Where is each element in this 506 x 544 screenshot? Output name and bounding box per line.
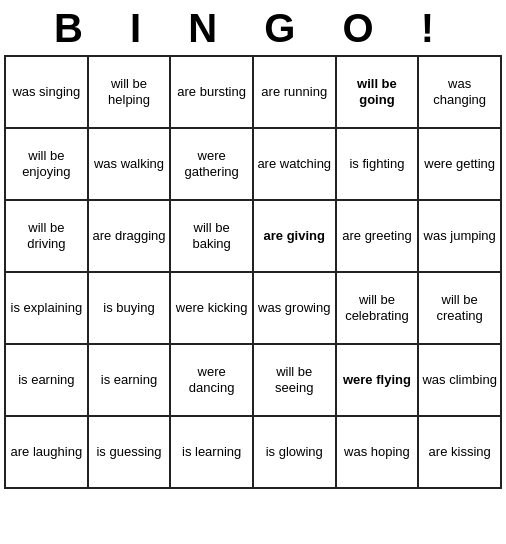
cell-5-3: is glowing — [253, 416, 336, 488]
cell-4-5: was climbing — [418, 344, 501, 416]
cell-2-4: are greeting — [336, 200, 419, 272]
cell-2-3: are giving — [253, 200, 336, 272]
cell-0-3: are running — [253, 56, 336, 128]
cell-3-4: will be celebrating — [336, 272, 419, 344]
cell-3-0: is explaining — [5, 272, 88, 344]
cell-0-5: was changing — [418, 56, 501, 128]
cell-0-1: will be helping — [88, 56, 171, 128]
cell-1-2: were gathering — [170, 128, 253, 200]
cell-5-4: was hoping — [336, 416, 419, 488]
cell-1-0: will be enjoying — [5, 128, 88, 200]
cell-0-0: was singing — [5, 56, 88, 128]
cell-4-1: is earning — [88, 344, 171, 416]
cell-4-2: were dancing — [170, 344, 253, 416]
bingo-grid: was singingwill be helpingare burstingar… — [4, 55, 502, 489]
cell-5-0: are laughing — [5, 416, 88, 488]
cell-1-4: is fighting — [336, 128, 419, 200]
bingo-title: B I N G O ! — [0, 0, 506, 55]
cell-2-0: will be driving — [5, 200, 88, 272]
cell-4-3: will be seeing — [253, 344, 336, 416]
cell-2-5: was jumping — [418, 200, 501, 272]
cell-0-2: are bursting — [170, 56, 253, 128]
cell-1-5: were getting — [418, 128, 501, 200]
cell-4-0: is earning — [5, 344, 88, 416]
cell-2-1: are dragging — [88, 200, 171, 272]
cell-0-4: will be going — [336, 56, 419, 128]
cell-4-4: were flying — [336, 344, 419, 416]
cell-5-5: are kissing — [418, 416, 501, 488]
cell-3-2: were kicking — [170, 272, 253, 344]
cell-5-2: is learning — [170, 416, 253, 488]
cell-3-3: was growing — [253, 272, 336, 344]
cell-1-3: are watching — [253, 128, 336, 200]
cell-3-1: is buying — [88, 272, 171, 344]
cell-5-1: is guessing — [88, 416, 171, 488]
cell-3-5: will be creating — [418, 272, 501, 344]
cell-1-1: was walking — [88, 128, 171, 200]
cell-2-2: will be baking — [170, 200, 253, 272]
